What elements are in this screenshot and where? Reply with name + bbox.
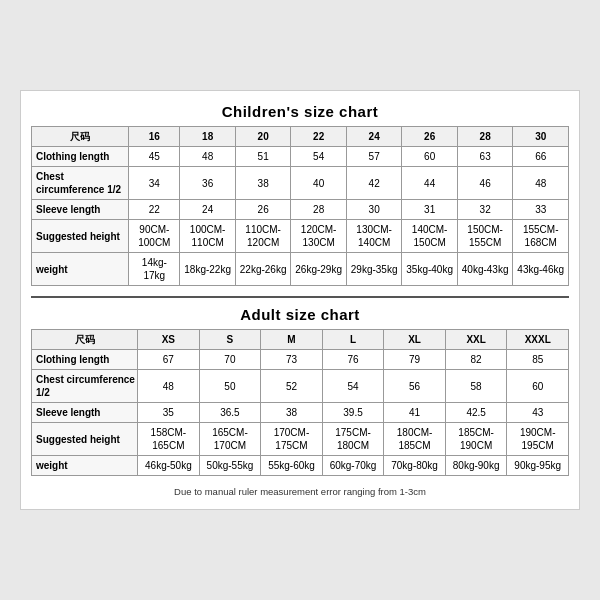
cell-value: 51	[235, 147, 291, 167]
cell-value: 56	[384, 370, 446, 403]
cell-value: 165CM-170CM	[199, 423, 261, 456]
cell-value: 31	[402, 200, 458, 220]
row-label: Clothing length	[32, 350, 138, 370]
cell-value: 18kg-22kg	[180, 253, 236, 286]
column-header: M	[261, 330, 323, 350]
cell-value: 41	[384, 403, 446, 423]
cell-value: 22	[129, 200, 180, 220]
cell-value: 39.5	[322, 403, 384, 423]
column-header: XXL	[445, 330, 507, 350]
cell-value: 42.5	[445, 403, 507, 423]
cell-value: 54	[322, 370, 384, 403]
cell-value: 35kg-40kg	[402, 253, 458, 286]
column-header: 16	[129, 127, 180, 147]
cell-value: 130CM-140CM	[346, 220, 402, 253]
cell-value: 100CM-110CM	[180, 220, 236, 253]
adult-chart-title: Adult size chart	[31, 306, 569, 323]
cell-value: 46	[457, 167, 513, 200]
column-header: 尺码	[32, 330, 138, 350]
cell-value: 90CM-100CM	[129, 220, 180, 253]
table-row: weight14kg-17kg18kg-22kg22kg-26kg26kg-29…	[32, 253, 569, 286]
cell-value: 70	[199, 350, 261, 370]
chart-container: Children's size chart 尺码1618202224262830…	[20, 90, 580, 510]
table-row: Chest circumference 1/248505254565860	[32, 370, 569, 403]
cell-value: 38	[235, 167, 291, 200]
column-header: 18	[180, 127, 236, 147]
cell-value: 70kg-80kg	[384, 456, 446, 476]
row-label: Chest circumference 1/2	[32, 167, 129, 200]
cell-value: 190CM-195CM	[507, 423, 569, 456]
cell-value: 67	[138, 350, 200, 370]
cell-value: 30	[346, 200, 402, 220]
cell-value: 50kg-55kg	[199, 456, 261, 476]
cell-value: 33	[513, 200, 569, 220]
cell-value: 34	[129, 167, 180, 200]
row-label: Sleeve length	[32, 403, 138, 423]
row-label: Suggested height	[32, 220, 129, 253]
row-label: weight	[32, 456, 138, 476]
cell-value: 82	[445, 350, 507, 370]
adult-size-table: 尺码XSSMLXLXXLXXXL Clothing length67707376…	[31, 329, 569, 476]
cell-value: 76	[322, 350, 384, 370]
table-row: Suggested height158CM-165CM165CM-170CM17…	[32, 423, 569, 456]
section-divider	[31, 296, 569, 298]
column-header: XXXL	[507, 330, 569, 350]
cell-value: 90kg-95kg	[507, 456, 569, 476]
column-header: 30	[513, 127, 569, 147]
row-label: Chest circumference 1/2	[32, 370, 138, 403]
cell-value: 58	[445, 370, 507, 403]
cell-value: 60	[507, 370, 569, 403]
cell-value: 43kg-46kg	[513, 253, 569, 286]
table-row: Sleeve length2224262830313233	[32, 200, 569, 220]
cell-value: 48	[180, 147, 236, 167]
cell-value: 36.5	[199, 403, 261, 423]
measurement-note: Due to manual ruler measurement error ra…	[31, 486, 569, 497]
column-header: 26	[402, 127, 458, 147]
column-header: XS	[138, 330, 200, 350]
cell-value: 60	[402, 147, 458, 167]
cell-value: 170CM-175CM	[261, 423, 323, 456]
cell-value: 120CM-130CM	[291, 220, 347, 253]
cell-value: 110CM-120CM	[235, 220, 291, 253]
cell-value: 36	[180, 167, 236, 200]
column-header: L	[322, 330, 384, 350]
cell-value: 54	[291, 147, 347, 167]
cell-value: 80kg-90kg	[445, 456, 507, 476]
table-row: Chest circumference 1/23436384042444648	[32, 167, 569, 200]
row-label: Clothing length	[32, 147, 129, 167]
cell-value: 40kg-43kg	[457, 253, 513, 286]
cell-value: 32	[457, 200, 513, 220]
row-label: Suggested height	[32, 423, 138, 456]
cell-value: 22kg-26kg	[235, 253, 291, 286]
row-label: Sleeve length	[32, 200, 129, 220]
cell-value: 50	[199, 370, 261, 403]
cell-value: 52	[261, 370, 323, 403]
cell-value: 140CM-150CM	[402, 220, 458, 253]
cell-value: 73	[261, 350, 323, 370]
table-row: Clothing length4548515457606366	[32, 147, 569, 167]
column-header: 尺码	[32, 127, 129, 147]
cell-value: 42	[346, 167, 402, 200]
cell-value: 66	[513, 147, 569, 167]
row-label: weight	[32, 253, 129, 286]
column-header: 24	[346, 127, 402, 147]
cell-value: 26	[235, 200, 291, 220]
cell-value: 55kg-60kg	[261, 456, 323, 476]
cell-value: 45	[129, 147, 180, 167]
cell-value: 14kg-17kg	[129, 253, 180, 286]
cell-value: 38	[261, 403, 323, 423]
cell-value: 155CM-168CM	[513, 220, 569, 253]
cell-value: 35	[138, 403, 200, 423]
table-row: weight46kg-50kg50kg-55kg55kg-60kg60kg-70…	[32, 456, 569, 476]
children-chart-title: Children's size chart	[31, 103, 569, 120]
cell-value: 29kg-35kg	[346, 253, 402, 286]
table-row: Sleeve length3536.53839.54142.543	[32, 403, 569, 423]
children-size-table: 尺码1618202224262830 Clothing length454851…	[31, 126, 569, 286]
cell-value: 26kg-29kg	[291, 253, 347, 286]
column-header: 20	[235, 127, 291, 147]
cell-value: 44	[402, 167, 458, 200]
cell-value: 28	[291, 200, 347, 220]
cell-value: 46kg-50kg	[138, 456, 200, 476]
cell-value: 85	[507, 350, 569, 370]
column-header: 22	[291, 127, 347, 147]
